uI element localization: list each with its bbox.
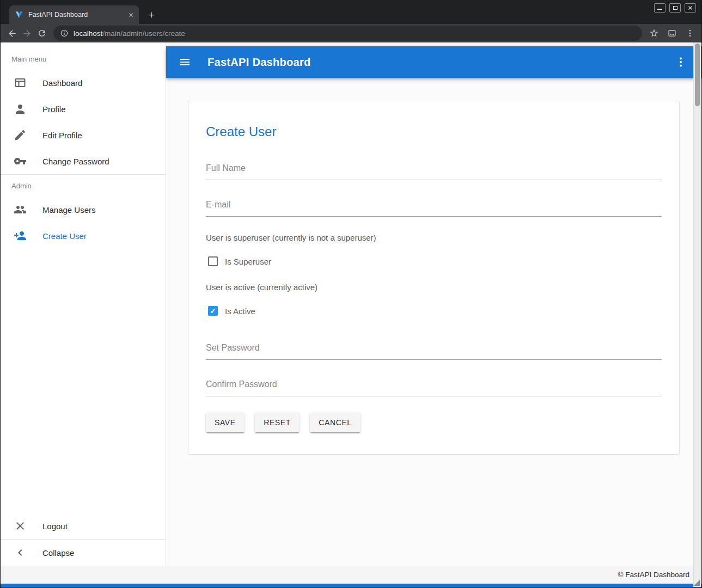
person-add-icon	[14, 229, 27, 242]
form-actions: SAVE RESET CANCEL	[206, 413, 662, 432]
sidebar-item-label: Collapse	[42, 548, 74, 558]
is-superuser-checkbox-row[interactable]: Is Superuser	[206, 256, 662, 266]
hamburger-icon	[178, 56, 191, 69]
pencil-icon	[14, 128, 27, 142]
sidebar-item-profile[interactable]: Profile	[1, 96, 166, 122]
sidebar-item-label: Dashboard	[42, 78, 82, 88]
check-icon: ✓	[210, 307, 216, 315]
toolbar-right-actions	[646, 26, 697, 41]
save-button[interactable]: SAVE	[206, 413, 245, 432]
sidebar-spacer	[1, 249, 166, 513]
sidebar-section-admin: Admin	[1, 175, 166, 197]
tab-close-button[interactable]	[126, 10, 136, 20]
page-scrollbar[interactable]	[693, 42, 701, 587]
dashboard-icon	[14, 76, 27, 89]
app-footer: © FastAPI Dashboard	[1, 566, 701, 584]
checkbox-label: Is Superuser	[225, 257, 271, 266]
minimize-icon	[657, 7, 662, 10]
appbar-title: FastAPI Dashboard	[207, 56, 311, 69]
resize-grip-icon	[694, 580, 700, 586]
extensions-icon	[667, 28, 677, 38]
maximize-icon	[673, 6, 677, 10]
browser-toolbar: localhost/main/admin/users/create	[1, 24, 701, 42]
kebab-menu-icon	[685, 28, 695, 38]
sidebar-item-label: Profile	[42, 105, 66, 114]
main-area: FastAPI Dashboard Create User	[166, 42, 701, 566]
nav-drawer-toggle-button[interactable]	[174, 51, 196, 73]
vuetify-favicon-icon	[15, 10, 23, 19]
people-icon	[14, 203, 27, 216]
reset-button[interactable]: RESET	[255, 413, 300, 432]
footer-accent-strip	[1, 584, 701, 587]
browser-tab[interactable]: FastAPI Dashboard	[9, 5, 139, 24]
close-window-button[interactable]	[685, 3, 696, 13]
address-bar[interactable]: localhost/main/admin/users/create	[53, 26, 642, 41]
browser-window: FastAPI Dashboard	[0, 0, 702, 588]
sidebar-item-label: Logout	[42, 522, 68, 531]
full-name-input[interactable]	[206, 160, 662, 180]
arrow-back-icon	[7, 28, 17, 39]
sidebar-item-label: Create User	[42, 231, 87, 241]
is-superuser-checkbox[interactable]	[208, 256, 218, 266]
close-x-icon	[14, 519, 27, 532]
new-tab-button[interactable]	[144, 8, 158, 22]
confirm-password-input[interactable]	[206, 376, 662, 396]
browser-titlebar: FastAPI Dashboard	[1, 0, 701, 24]
sidebar-item-label: Edit Profile	[42, 131, 82, 140]
cancel-button[interactable]: CANCEL	[310, 413, 360, 432]
page: Main menu Dashboard Profile Edit Profile…	[1, 42, 701, 587]
sidebar: Main menu Dashboard Profile Edit Profile…	[1, 42, 166, 566]
appbar-overflow-button[interactable]	[670, 51, 692, 73]
browser-menu-button[interactable]	[682, 26, 697, 41]
page-body: Main menu Dashboard Profile Edit Profile…	[1, 42, 701, 566]
star-icon	[649, 28, 659, 38]
back-button[interactable]	[5, 26, 20, 41]
url-host: localhost	[74, 29, 102, 38]
email-field	[206, 197, 662, 217]
sidebar-item-label: Manage Users	[42, 205, 96, 215]
set-password-input[interactable]	[206, 340, 662, 360]
refresh-icon	[37, 28, 47, 38]
url-text: localhost/main/admin/users/create	[74, 29, 185, 38]
full-name-field	[206, 160, 662, 180]
forward-button[interactable]	[20, 26, 34, 41]
sidebar-item-change-password[interactable]: Change Password	[1, 148, 166, 174]
sidebar-item-logout[interactable]: Logout	[1, 513, 166, 539]
arrow-forward-icon	[22, 28, 32, 39]
person-icon	[14, 102, 27, 115]
bookmark-button[interactable]	[646, 26, 661, 41]
sidebar-item-label: Change Password	[42, 157, 109, 166]
maximize-button[interactable]	[669, 3, 681, 13]
sidebar-item-dashboard[interactable]: Dashboard	[1, 70, 166, 96]
minimize-button[interactable]	[654, 3, 666, 13]
page-title: Create User	[206, 124, 662, 139]
active-hint: User is active (currently active)	[206, 283, 662, 292]
chevron-left-icon	[14, 546, 27, 559]
url-path: /main/admin/users/create	[102, 29, 185, 38]
sidebar-item-manage-users[interactable]: Manage Users	[1, 197, 166, 223]
scrollbar-thumb[interactable]	[695, 44, 700, 106]
create-user-card: Create User User is superuser (currently…	[188, 101, 680, 455]
sidebar-item-collapse[interactable]: Collapse	[1, 540, 166, 566]
site-info-icon[interactable]	[60, 29, 69, 38]
email-input[interactable]	[206, 197, 662, 217]
close-icon	[688, 5, 693, 10]
content-area: Create User User is superuser (currently…	[166, 78, 701, 566]
tab-title: FastAPI Dashboard	[28, 11, 126, 19]
kebab-menu-icon	[674, 56, 687, 69]
copyright-text: © FastAPI Dashboard	[618, 571, 689, 579]
key-icon	[14, 155, 27, 168]
sidebar-item-edit-profile[interactable]: Edit Profile	[1, 122, 166, 148]
confirm-password-field	[206, 376, 662, 396]
is-active-checkbox[interactable]: ✓	[208, 306, 218, 316]
extensions-button[interactable]	[664, 26, 679, 41]
reload-button[interactable]	[34, 26, 49, 41]
sidebar-item-create-user[interactable]: Create User	[1, 223, 166, 249]
sidebar-section-main-menu: Main menu	[1, 48, 166, 70]
superuser-hint: User is superuser (currently is not a su…	[206, 233, 662, 242]
checkbox-label: Is Active	[225, 307, 255, 316]
window-controls	[654, 3, 696, 13]
set-password-field	[206, 340, 662, 360]
is-active-checkbox-row[interactable]: ✓ Is Active	[206, 306, 662, 316]
app-bar: FastAPI Dashboard	[166, 46, 701, 78]
